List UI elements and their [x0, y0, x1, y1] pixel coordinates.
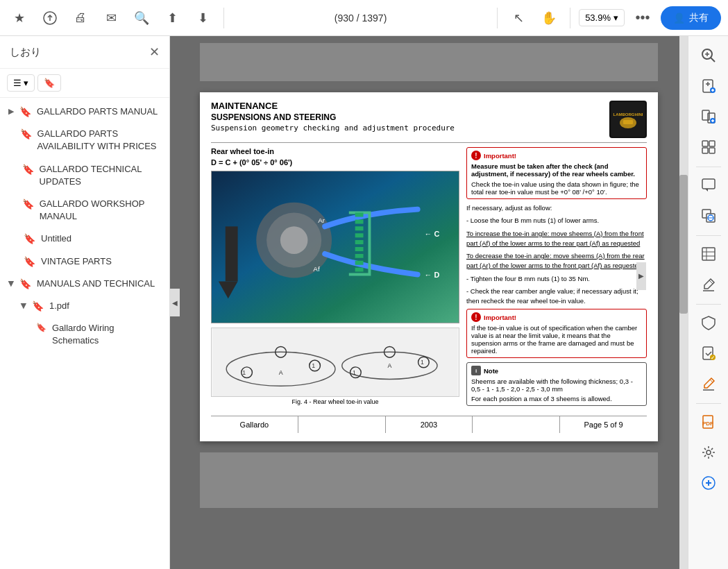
important-text-1b: Check the toe-in value using the data sh…	[471, 180, 642, 196]
pdf-left-column: Rear wheel toe-in D = C + (0° 05' ÷ 0° 0…	[211, 147, 459, 410]
svg-text:✓: ✓	[711, 355, 715, 360]
tools-button[interactable]	[695, 439, 722, 466]
svg-text:A: A	[279, 369, 283, 376]
sidebar-item-vintage-parts[interactable]: 🔖 VINTAGE PARTS	[0, 250, 169, 273]
adjust-item-2: To decrease the toe-in angle: move sheem…	[466, 251, 647, 271]
note-label: Note	[484, 367, 498, 375]
collapse-right-panel-button[interactable]: ▶	[636, 262, 646, 290]
upload2-button[interactable]: ⬆	[160, 6, 185, 31]
shield-button[interactable]	[695, 309, 722, 337]
collapse-sidebar-button[interactable]: ◀	[170, 289, 180, 316]
bookmark-icon: 🔖	[19, 278, 31, 289]
important-box-1: ! Important! Measure must be taken after…	[466, 147, 647, 199]
pdf-top-gray	[200, 43, 658, 81]
bookmark-icon: 🔖	[24, 233, 35, 244]
share-label: 共有	[689, 12, 709, 24]
important-box-2: ! Important! If the toe-in value is out …	[466, 309, 647, 358]
svg-text:Af: Af	[313, 265, 320, 273]
add-plus-button[interactable]	[695, 469, 722, 497]
adjust-intro: If necessary, adjust as follow:	[466, 203, 647, 213]
sidebar-item-1pdf[interactable]: ▶ 🔖 1.pdf	[0, 295, 169, 317]
merge-pdf-button[interactable]	[695, 103, 722, 130]
suspension-diagram: ← C ← D Ar Af	[211, 171, 459, 323]
pdf-check-button[interactable]: ✓	[695, 339, 722, 367]
sidebar-item-label: VINTAGE PARTS	[41, 255, 112, 268]
lamborghini-logo: LAMBORGHINI	[609, 101, 647, 138]
highlight-button[interactable]	[695, 271, 722, 298]
translate-button[interactable]	[695, 202, 722, 230]
right-separator-4	[696, 403, 721, 404]
important-label-1: Important!	[484, 152, 516, 160]
svg-text:1: 1	[353, 369, 356, 376]
bookmark-icon: 🔖	[22, 164, 34, 175]
scrollbar-thumb[interactable]	[679, 175, 688, 314]
pdf-procedure-title: Suspension geometry checking and adjustm…	[211, 124, 455, 133]
comment-button[interactable]	[695, 171, 722, 199]
svg-line-65	[710, 380, 713, 382]
fig-caption: Fig. 4 - Rear wheel toe-in value	[211, 398, 459, 405]
pdf-footer: Gallardo 2003 Page 5 of 9	[211, 416, 647, 433]
right-separator-2	[696, 235, 721, 236]
cursor-button[interactable]: ↖	[506, 6, 531, 31]
bookmark-icon: 🔖	[22, 198, 34, 210]
sidebar-item-gallardo-parts-manual[interactable]: ▶ 🔖 GALLARDO PARTS MANUAL	[0, 101, 169, 123]
important-icon-1: !	[471, 151, 481, 160]
edit-pen-button[interactable]	[695, 370, 722, 398]
sidebar-item-gallardo-wiring[interactable]: 🔖 Gallardo Wiring Schematics	[0, 317, 169, 352]
bookmark-icon: 🔖	[32, 300, 44, 312]
footer-empty2	[473, 416, 560, 433]
share-button[interactable]: 👤 共有	[661, 6, 721, 30]
svg-text:LAMBORGHINI: LAMBORGHINI	[613, 112, 643, 117]
svg-rect-4	[623, 120, 633, 124]
sidebar-item-gallardo-technical-updates[interactable]: 🔖 GALLARDO TECHNICAL UPDATES	[0, 158, 169, 193]
add-pdf-button[interactable]	[695, 72, 722, 100]
bookmark-icon: 🔖	[36, 323, 46, 332]
footer-page: Page 5 of 9	[560, 416, 647, 433]
zoom-search-button[interactable]: 🔍	[129, 6, 154, 31]
sidebar-list-view-button[interactable]: ☰ ▾	[7, 74, 35, 92]
pdf-page: MAINTENANCE SUSPENSIONS AND STEERING Sus…	[200, 92, 658, 441]
sidebar-item-untitled[interactable]: 🔖 Untitled	[0, 228, 169, 250]
svg-rect-48	[702, 148, 708, 153]
important-icon-2: !	[471, 312, 481, 322]
grid-view-button[interactable]	[695, 133, 722, 161]
right-separator-3	[696, 304, 721, 305]
zoom-search-panel-button[interactable]	[695, 42, 722, 69]
star-button[interactable]: ★	[7, 6, 32, 31]
pdf-viewer[interactable]: ◀ ▶ MAINTENANCE SUSPENSIONS AND STEERING…	[170, 36, 688, 569]
chevron-down-icon: ▾	[613, 12, 618, 23]
bookmark-icon: 🔖	[20, 128, 32, 139]
sidebar-item-gallardo-parts-availability[interactable]: 🔖 GALLARDO PARTS AVAILABILITY WITH PRICE…	[0, 123, 169, 158]
more-button[interactable]: •••	[630, 6, 655, 31]
pdf-save-button[interactable]: PDF	[695, 408, 722, 436]
mail-button[interactable]: ✉	[99, 6, 124, 31]
svg-text:Ar: Ar	[318, 216, 325, 224]
sidebar: しおり ✕ ☰ ▾ 🔖 ▶ 🔖 GALLARDO PARTS MANUAL 🔖	[0, 36, 170, 569]
svg-rect-49	[709, 148, 715, 153]
upload-button[interactable]	[37, 6, 62, 31]
pdf-body: Rear wheel toe-in D = C + (0° 05' ÷ 0° 0…	[211, 147, 647, 410]
svg-rect-5	[212, 171, 459, 323]
sidebar-item-gallardo-workshop-manual[interactable]: 🔖 GALLARDO WORKSHOP MANAUL	[0, 193, 169, 228]
hand-button[interactable]: ✋	[536, 6, 561, 31]
svg-point-10	[280, 226, 308, 254]
bookmark-icon: 🔖	[24, 256, 35, 267]
sidebar-item-label: MANUALS AND TECHNICAL	[37, 278, 155, 290]
zoom-control[interactable]: 53.9% ▾	[579, 9, 625, 26]
svg-line-32	[711, 58, 715, 62]
sidebar-item-label: GALLARDO PARTS AVAILABILITY WITH PRICES	[37, 128, 161, 153]
note-box: i Note Sheems are available with the fol…	[466, 362, 647, 406]
sidebar-close-button[interactable]: ✕	[149, 44, 160, 60]
spreadsheet-button[interactable]	[695, 240, 722, 268]
separator1	[223, 8, 224, 28]
important-text-1a: Measure must be taken after the check (a…	[471, 162, 642, 178]
download-button[interactable]: ⬇	[190, 6, 215, 31]
adjust-item-1: To increase the toe-in angle: move sheem…	[466, 229, 647, 249]
sidebar-bookmark-button[interactable]: 🔖	[37, 74, 61, 92]
print-button[interactable]: 🖨	[68, 6, 93, 31]
pdf-header-left: MAINTENANCE SUSPENSIONS AND STEERING Sus…	[211, 101, 455, 133]
scrollbar-track[interactable]	[679, 36, 688, 569]
note-icon: i	[471, 366, 481, 375]
sidebar-item-manuals-and-technical[interactable]: ▶ 🔖 MANUALS AND TECHNICAL	[0, 273, 169, 295]
pdf-section-title: MAINTENANCE	[211, 101, 455, 111]
